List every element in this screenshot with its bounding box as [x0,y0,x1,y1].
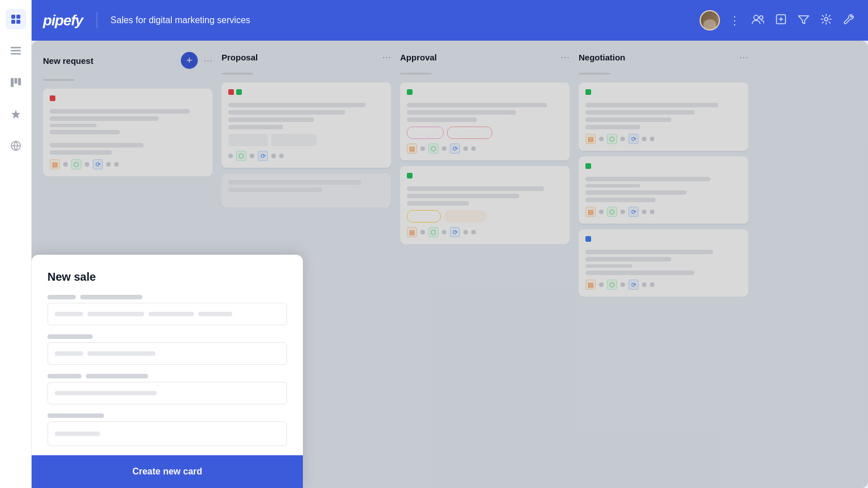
svg-point-12 [760,16,763,19]
field-label-2 [47,334,287,339]
board-container: New request + ⋯ [32,41,868,488]
field-label-bar [47,334,93,339]
form-field-4 [47,413,287,446]
svg-rect-1 [16,15,20,19]
form-field-2 [47,334,287,365]
modal-inner: New sale [32,255,303,446]
main-content: pipefy Sales for digital marketing servi… [32,0,868,488]
field-label-1 [47,295,287,299]
placeholder-bar [149,312,194,316]
sidebar-item-globe[interactable] [6,136,26,156]
placeholder-bar [55,312,83,316]
svg-point-11 [754,15,758,20]
header: pipefy Sales for digital marketing servi… [32,0,868,41]
form-field-1 [47,295,287,325]
logo: pipefy [43,12,83,29]
people-icon[interactable] [749,12,766,29]
sidebar-item-list[interactable] [6,41,26,61]
placeholder-bar [198,312,232,316]
sidebar-item-board[interactable] [6,72,26,93]
sidebar [0,0,32,488]
field-label-bar [47,295,76,299]
placeholder-bar [88,312,144,316]
svg-rect-9 [18,78,21,85]
sidebar-item-automation[interactable] [6,104,26,124]
filter-icon[interactable] [796,12,811,29]
field-label-bar [47,374,81,378]
modal-footer: Create new card [32,455,303,488]
wrench-icon[interactable] [841,11,857,30]
field-label-bar [47,413,104,418]
field-label-3 [47,374,287,378]
placeholder-bar [55,432,100,436]
form-field-3 [47,374,287,404]
create-new-card-button[interactable]: Create new card [47,464,287,479]
field-label-4 [47,413,287,418]
header-right: ⋮ [700,10,857,30]
field-label-bar [80,295,142,299]
header-title: Sales for digital marketing services [111,15,250,25]
field-input-3[interactable] [47,382,287,404]
field-label-bar [86,374,148,378]
placeholder-bar [88,351,155,356]
avatar[interactable] [700,10,720,30]
logo-text: pipefy [43,12,83,29]
svg-rect-5 [11,50,21,52]
header-divider [97,12,97,28]
svg-rect-4 [11,47,21,49]
avatar-image [701,11,719,29]
svg-rect-6 [11,53,21,55]
svg-rect-2 [11,20,15,24]
more-vertical-icon[interactable]: ⋮ [727,11,743,29]
export-icon[interactable] [773,11,789,30]
svg-point-14 [824,18,828,21]
settings-icon[interactable] [818,11,834,30]
field-input-2[interactable] [47,342,287,365]
placeholder-bar [55,391,157,395]
svg-rect-8 [14,78,17,84]
field-input-4[interactable] [47,421,287,446]
sidebar-item-grid[interactable] [6,9,26,29]
svg-rect-0 [11,15,15,19]
modal-title: New sale [47,271,287,284]
svg-rect-7 [11,78,14,87]
field-input-1[interactable] [47,303,287,325]
header-left: pipefy Sales for digital marketing servi… [43,12,250,29]
placeholder-bar [55,351,83,356]
svg-rect-3 [16,20,20,24]
create-card-modal: New sale [32,255,303,488]
